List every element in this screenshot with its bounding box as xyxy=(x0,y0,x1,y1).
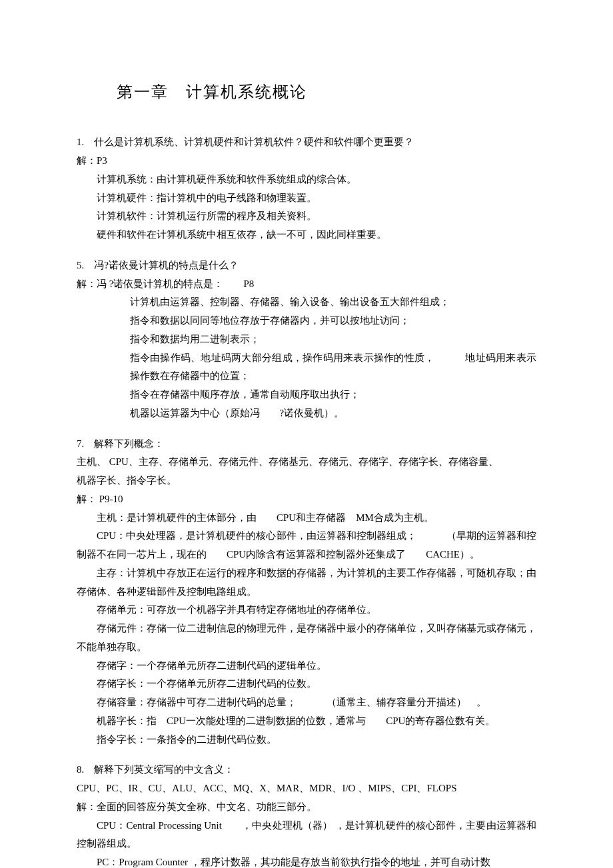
chapter-title: 第一章 计算机系统概论 xyxy=(117,77,536,107)
q5-line-2: 指令和数据均用二进制表示； xyxy=(77,330,536,349)
q5-answer-label: 解：冯 ?诺依曼计算机的特点是： P8 xyxy=(77,275,536,294)
q8-question: 8. 解释下列英文缩写的中文含义： xyxy=(77,761,536,779)
q5-line-4: 指令在存储器中顺序存放，通常自动顺序取出执行； xyxy=(77,386,536,404)
q7-def-5: 存储字：一个存储单元所存二进制代码的逻辑单位。 xyxy=(77,657,536,675)
q7-def-1: CPU：中央处理器，是计算机硬件的核心部件，由运算器和控制器组成； （早期的运算… xyxy=(77,527,536,564)
q5-line-5: 机器以运算器为中心（原始冯 ?诺依曼机）。 xyxy=(77,404,536,423)
q7-answer-label: 解： P9-10 xyxy=(77,490,536,509)
q7-terms-1: 主机、 CPU、主存、存储单元、存储元件、存储基元、存储元、存储字、存储字长、存… xyxy=(77,453,536,472)
q8-def-1: PC：Program Counter ，程序计数器，其功能是存放当前欲执行指令的… xyxy=(77,853,536,868)
q7-def-9: 指令字长：一条指令的二进制代码位数。 xyxy=(77,731,536,749)
q7-def-6: 存储字长：一个存储单元所存二进制代码的位数。 xyxy=(77,675,536,693)
q7-def-7: 存储容量：存储器中可存二进制代码的总量； （通常主、辅存容量分开描述） 。 xyxy=(77,693,536,712)
q5-line-3: 指令由操作码、地址码两大部分组成，操作码用来表示操作的性质， 地址码用来表示操作… xyxy=(77,349,536,386)
q7-def-0: 主机：是计算机硬件的主体部分，由 CPU和主存储器 MM合成为主机。 xyxy=(77,509,536,528)
q1-line-0: 计算机系统：由计算机硬件系统和软件系统组成的综合体。 xyxy=(77,171,536,189)
q1-line-3: 硬件和软件在计算机系统中相互依存，缺一不可，因此同样重要。 xyxy=(77,226,536,244)
q7-def-8: 机器字长：指 CPU一次能处理的二进制数据的位数，通常与 CPU的寄存器位数有关… xyxy=(77,712,536,731)
q5-line-1: 指令和数据以同同等地位存放于存储器内，并可以按地址访问； xyxy=(77,312,536,330)
q7-terms-2: 机器字长、指令字长。 xyxy=(77,472,536,490)
question-8: 8. 解释下列英文缩写的中文含义： CPU、PC、IR、CU、ALU、ACC、M… xyxy=(77,761,536,868)
q7-def-2: 主存：计算机中存放正在运行的程序和数据的存储器，为计算机的主要工作存储器，可随机… xyxy=(77,564,536,602)
q5-line-0: 计算机由运算器、控制器、存储器、输入设备、输出设备五大部件组成； xyxy=(77,293,536,312)
question-1: 1. 什么是计算机系统、计算机硬件和计算机软件？硬件和软件哪个更重要？ 解：P3… xyxy=(77,133,536,244)
q8-answer-label: 解：全面的回答应分英文全称、中文名、功能三部分。 xyxy=(77,798,536,817)
q1-line-2: 计算机软件：计算机运行所需的程序及相关资料。 xyxy=(77,207,536,226)
question-5: 5. 冯?诺依曼计算机的特点是什么？ 解：冯 ?诺依曼计算机的特点是： P8 计… xyxy=(77,256,536,423)
q7-def-3: 存储单元：可存放一个机器字并具有特定存储地址的存储单位。 xyxy=(77,601,536,620)
q1-question: 1. 什么是计算机系统、计算机硬件和计算机软件？硬件和软件哪个更重要？ xyxy=(77,133,536,152)
q1-line-1: 计算机硬件：指计算机中的电子线路和物理装置。 xyxy=(77,189,536,208)
q8-abbr-line: CPU、PC、IR、CU、ALU、ACC、MQ、X、MAR、MDR、I/O 、M… xyxy=(77,779,536,798)
q8-def-0: CPU：Central Processing Unit ，中央处理机（器） ，是… xyxy=(77,817,536,854)
q7-question: 7. 解释下列概念： xyxy=(77,435,536,454)
q5-question: 5. 冯?诺依曼计算机的特点是什么？ xyxy=(77,256,536,275)
q7-def-4: 存储元件：存储一位二进制信息的物理元件，是存储器中最小的存储单位，又叫存储基元或… xyxy=(77,620,536,657)
q1-answer-label: 解：P3 xyxy=(77,152,536,171)
question-7: 7. 解释下列概念： 主机、 CPU、主存、存储单元、存储元件、存储基元、存储元… xyxy=(77,435,536,749)
